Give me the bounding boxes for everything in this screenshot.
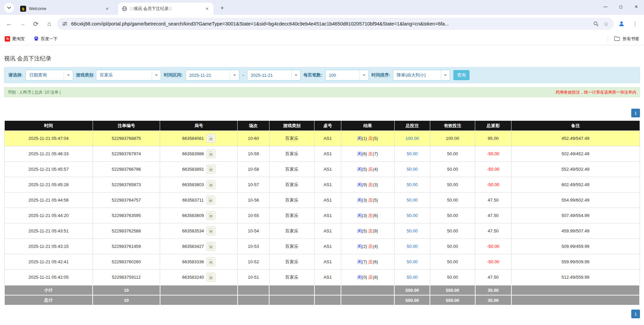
date-to-select[interactable]: 2025-11-21 — [247, 70, 301, 80]
summary-bar: 币别 : 人民币 | 总共 :10 注单 | 同局有效投注，统一计算在该局第一张… — [4, 87, 640, 97]
video-replay-button[interactable] — [206, 180, 215, 189]
cell-game-type: 百家乐 — [269, 146, 314, 162]
cell-table-no: AS1 — [314, 270, 341, 285]
cell-result: 闲(3) 庄(5) — [341, 193, 394, 208]
date-from-select[interactable]: 2025-11-21 — [186, 70, 239, 80]
pagination-bottom: 1 — [4, 310, 640, 318]
cell-total-bet[interactable]: 50.00 — [394, 162, 430, 177]
browser-menu-button[interactable]: ⋮ — [629, 18, 641, 30]
cell-game-type: 百家乐 — [269, 162, 314, 177]
chevron-down-icon — [441, 70, 450, 80]
search-button[interactable]: 查询 — [453, 70, 469, 80]
cell-time: 2025-11-21 05:47:04 — [4, 131, 93, 146]
url-text[interactable]: 66cxkj98.com/ipl/portal.php/game/betreco… — [71, 21, 590, 26]
currency-summary: 币别 : 人民币 | 总共 :10 注单 | — [8, 90, 61, 95]
cell-total-bet[interactable]: 50.00 — [394, 146, 430, 162]
video-replay-button[interactable] — [206, 226, 215, 235]
divider — [608, 36, 608, 42]
cell-payout: 47.50 — [475, 193, 511, 208]
video-replay-button[interactable] — [206, 242, 215, 251]
table-row: 2025-11-21 05:46:33522983767974663583986… — [4, 146, 640, 162]
game-type-select[interactable]: 百家乐 — [96, 70, 161, 80]
zoom-icon[interactable] — [592, 20, 600, 28]
cell-note: 559.99/509.99 — [511, 254, 640, 270]
sort-select[interactable]: 降幂(由大到小) — [393, 70, 450, 80]
notice-text: 同局有效投注，统一计算在该局第一张注单内 — [556, 90, 636, 95]
filter-bar: 请选择: 日期查询 游戏类别 百家乐 时间区间: 2025-11-21 ~ 20… — [4, 67, 640, 83]
cell-game-type: 百家乐 — [269, 131, 314, 146]
cell-session: 10-51 — [238, 270, 269, 285]
summary-cell: 550.00 — [430, 285, 475, 295]
query-type-select[interactable]: 日期查询 — [26, 70, 73, 80]
video-replay-button[interactable] — [206, 211, 215, 220]
reload-button[interactable]: ⟳ — [30, 18, 42, 30]
cell-table-no: AS1 — [314, 162, 341, 177]
cell-total-bet[interactable]: 50.00 — [394, 208, 430, 223]
cell-total-bet[interactable]: 50.00 — [394, 177, 430, 193]
home-button[interactable]: ⌂ — [44, 18, 55, 30]
summary-cell: 小计 — [4, 285, 93, 295]
summary-cell — [314, 285, 341, 295]
cell-valid-bet: 50.00 — [430, 193, 475, 208]
cell-valid-bet: 50.00 — [430, 239, 475, 254]
tab-close-icon[interactable]: ✕ — [104, 6, 110, 12]
cell-time: 2025-11-21 05:45:28 — [4, 177, 93, 193]
cell-total-bet[interactable]: 50.00 — [394, 254, 430, 270]
bookmark-star-icon[interactable]: ☆ — [602, 20, 610, 28]
cell-result: 闲(5) 庄(9) — [341, 223, 394, 239]
page-number-button[interactable]: 1 — [631, 310, 640, 318]
profile-avatar[interactable] — [616, 18, 627, 30]
tab-title: :::视讯 会员下注纪录::: — [130, 6, 201, 12]
tab-title: Welcome — [29, 6, 101, 11]
cell-table-no: AS1 — [314, 239, 341, 254]
tab-search-button[interactable] — [4, 3, 14, 13]
back-button[interactable]: ← — [3, 18, 15, 30]
table-row: 2025-11-21 05:43:51522983762588663583534… — [4, 223, 640, 239]
tab-welcome[interactable]: ♞ Welcome ✕ — [17, 3, 113, 15]
cell-table-no: AS1 — [314, 146, 341, 162]
close-window-button[interactable]: ✕ — [629, 0, 644, 13]
cell-game-type: 百家乐 — [269, 177, 314, 193]
maximize-button[interactable]: ◻ — [613, 0, 629, 13]
video-replay-button[interactable] — [206, 196, 215, 205]
chevron-down-icon — [359, 70, 368, 80]
cell-bet-id: 522983768875 — [93, 131, 160, 146]
video-replay-button[interactable] — [206, 149, 215, 158]
cell-session: 10-54 — [238, 223, 269, 239]
cell-bet-id: 522983762588 — [93, 223, 160, 239]
summary-cell — [160, 285, 238, 295]
cell-table-no: AS1 — [314, 177, 341, 193]
cell-total-bet[interactable]: 50.00 — [394, 270, 430, 285]
tab-close-icon[interactable]: ✕ — [204, 6, 210, 12]
cell-valid-bet: 50.00 — [430, 223, 475, 239]
cell-result: 闲(5) 庄(4) — [341, 162, 394, 177]
page-number-button[interactable]: 1 — [631, 109, 640, 117]
minimize-button[interactable]: — — [598, 0, 613, 13]
cell-note: 452.49/547.49 — [511, 131, 640, 146]
video-replay-button[interactable] — [206, 134, 215, 143]
video-replay-button[interactable] — [206, 273, 215, 282]
url-bar[interactable]: 66cxkj98.com/ipl/portal.php/game/betreco… — [57, 18, 614, 30]
cell-payout: -50.00 — [475, 239, 511, 254]
page-size-select[interactable]: 100 — [325, 70, 369, 80]
new-tab-button[interactable]: + — [217, 3, 227, 13]
summary-cell: 总计 — [4, 295, 93, 305]
cell-total-bet[interactable]: 50.00 — [394, 239, 430, 254]
table-row: 2025-11-21 05:42:41522983760260663583336… — [4, 254, 640, 270]
site-settings-icon[interactable] — [61, 20, 68, 28]
tab-betrecord[interactable]: :::视讯 会员下注纪录::: ✕ — [118, 3, 213, 15]
bookmark-baidu[interactable]: 百度一下 — [34, 36, 58, 42]
cell-time: 2025-11-21 05:42:41 — [4, 254, 93, 270]
bookmarks-bar: 淘 爱淘宝 百度一下 所有书签 — [0, 33, 644, 45]
cell-bet-id: 522983765873 — [93, 177, 160, 193]
cell-round-id: 663583336 — [160, 254, 238, 270]
page-size-label: 每页笔数: — [303, 72, 322, 78]
forward-button[interactable]: → — [17, 18, 28, 30]
cell-total-bet[interactable]: 50.00 — [394, 193, 430, 208]
bookmark-taobao[interactable]: 淘 爱淘宝 — [5, 36, 25, 42]
cell-total-bet[interactable]: 100.00 — [394, 131, 430, 146]
all-bookmarks-button[interactable]: 所有书签 — [608, 36, 639, 42]
video-replay-button[interactable] — [206, 257, 215, 266]
video-replay-button[interactable] — [206, 165, 215, 174]
cell-total-bet[interactable]: 50.00 — [394, 223, 430, 239]
